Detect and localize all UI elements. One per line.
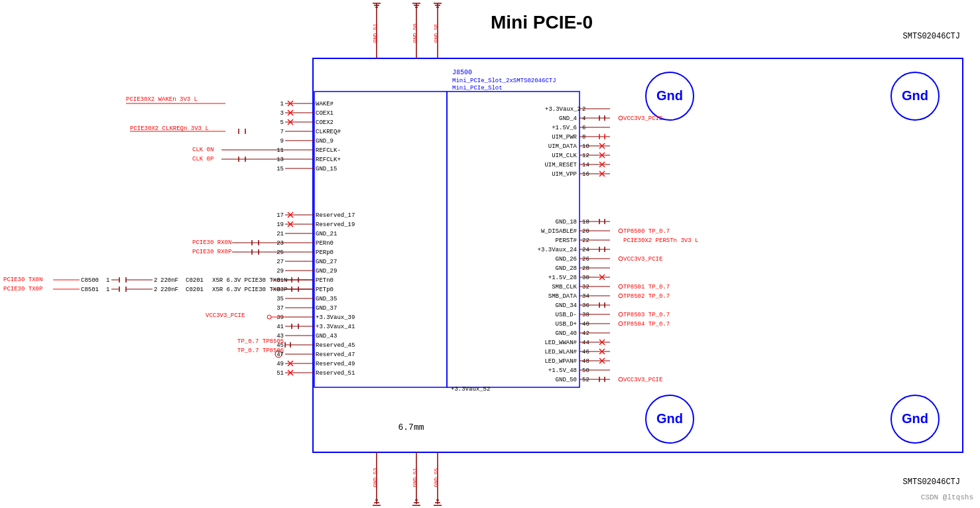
top-right-part-number: SMTS02046CTJ (903, 32, 960, 41)
svg-text:Reserved_17: Reserved_17 (316, 212, 355, 219)
svg-text:Mini_PCIe_Slot_2xSMTS02046CTJ: Mini_PCIe_Slot_2xSMTS02046CTJ (452, 78, 556, 84)
svg-text:GND_27: GND_27 (316, 259, 337, 265)
svg-text:5: 5 (280, 119, 284, 126)
svg-text:47: 47 (276, 351, 284, 358)
svg-text:TP8500  TP_0.7: TP8500 TP_0.7 (623, 228, 670, 235)
svg-text:C0201: C0201 (186, 286, 204, 293)
svg-text:23: 23 (276, 240, 284, 247)
svg-text:+3.3Vaux_52: +3.3Vaux_52 (451, 386, 490, 393)
svg-text:+3.3Vaux_41: +3.3Vaux_41 (316, 324, 355, 330)
svg-text:Reserved_49: Reserved_49 (316, 361, 355, 367)
svg-text:18: 18 (582, 219, 589, 225)
svg-line-56 (288, 110, 293, 115)
svg-text:UIM_DATA: UIM_DATA (548, 143, 578, 150)
svg-text:PCIE30X2 WAKEn 3V3 L: PCIE30X2 WAKEn 3V3 L (126, 96, 198, 103)
svg-line-195 (599, 153, 605, 158)
svg-text:25: 25 (276, 249, 284, 256)
svg-rect-0 (313, 58, 963, 452)
svg-text:16: 16 (582, 171, 589, 178)
svg-text:Reserved_19: Reserved_19 (316, 222, 355, 228)
svg-text:PETp0: PETp0 (316, 286, 334, 293)
svg-text:GND_35: GND_35 (316, 296, 337, 302)
svg-text:GND_51: GND_51 (412, 468, 418, 487)
svg-text:+1.5V_6: +1.5V_6 (552, 125, 577, 131)
svg-text:C8501: C8501 (81, 286, 99, 293)
svg-text:C8500: C8500 (81, 277, 99, 284)
svg-point-214 (619, 229, 623, 233)
svg-text:46: 46 (582, 349, 589, 355)
svg-text:21: 21 (276, 231, 284, 237)
svg-text:17: 17 (276, 212, 284, 219)
svg-text:GND_50: GND_50 (556, 377, 577, 383)
svg-text:2: 2 (154, 286, 157, 293)
svg-text:COEX2: COEX2 (316, 119, 334, 126)
svg-text:GND_37: GND_37 (316, 305, 337, 312)
svg-line-270 (599, 340, 605, 345)
svg-text:+3.3Vaux_2: +3.3Vaux_2 (545, 106, 581, 113)
svg-text:GND_5E: GND_5E (433, 23, 439, 42)
svg-text:29: 29 (276, 268, 284, 275)
svg-text:Reserved_45: Reserved_45 (316, 342, 355, 349)
svg-line-236 (599, 275, 605, 280)
svg-text:Reserved_47: Reserved_47 (316, 351, 355, 358)
svg-point-10 (891, 395, 939, 443)
svg-line-189 (599, 143, 605, 149)
svg-text:31: 31 (276, 277, 284, 284)
svg-line-55 (288, 110, 293, 115)
svg-text:24: 24 (582, 247, 589, 253)
svg-text:VCC3V3_PCIE: VCC3V3_PCIE (623, 256, 662, 263)
svg-text:40: 40 (582, 321, 589, 328)
svg-text:22: 22 (582, 237, 589, 244)
svg-text:WAKE#: WAKE# (316, 101, 334, 107)
svg-point-136 (267, 315, 271, 319)
svg-text:CLK 0N: CLK 0N (192, 147, 214, 153)
svg-text:38: 38 (582, 312, 589, 318)
svg-text:12: 12 (582, 153, 589, 159)
svg-line-279 (599, 358, 605, 363)
svg-text:34: 34 (582, 293, 589, 300)
svg-text:USB_D-: USB_D- (556, 312, 577, 318)
svg-text:GND_28: GND_28 (556, 265, 577, 272)
svg-text:+1.5V_48: +1.5V_48 (548, 367, 577, 374)
svg-text:+3.3Vaux_24: +3.3Vaux_24 (538, 247, 577, 253)
svg-text:GND_34: GND_34 (556, 302, 577, 309)
svg-point-8 (646, 395, 694, 443)
svg-text:GND_15: GND_15 (316, 166, 337, 172)
svg-point-241 (619, 285, 623, 288)
svg-text:10: 10 (582, 143, 589, 150)
schematic-page: Mini PCIE-0 SMTS02046CTJ SMTS02046CTJ CS… (0, 0, 980, 508)
svg-text:GND_18: GND_18 (556, 219, 577, 225)
svg-line-166 (288, 370, 293, 375)
svg-point-228 (619, 257, 623, 261)
svg-text:37: 37 (276, 305, 284, 312)
svg-text:9: 9 (280, 138, 284, 145)
svg-text:GND_43: GND_43 (316, 333, 337, 340)
svg-line-93 (288, 222, 293, 227)
svg-text:TP8501  TP_0.7: TP8501 TP_0.7 (623, 284, 670, 290)
svg-line-280 (599, 358, 605, 363)
svg-text:Reserved_51: Reserved_51 (316, 370, 355, 377)
svg-text:19: 19 (276, 222, 284, 228)
svg-text:3: 3 (280, 110, 284, 117)
svg-text:REFCLK-: REFCLK- (316, 147, 341, 154)
svg-text:VCC3V3_PCIE: VCC3V3_PCIE (623, 115, 662, 122)
svg-point-4 (646, 72, 694, 120)
svg-text:Gnd: Gnd (656, 411, 683, 426)
svg-text:X5R 6.3V PCIE30 TX0 N: X5R 6.3V PCIE30 TX0 N (212, 277, 287, 284)
svg-text:26: 26 (582, 256, 589, 263)
svg-text:GND_26: GND_26 (556, 256, 577, 263)
svg-text:GND_29: GND_29 (316, 268, 337, 275)
svg-text:52: 52 (582, 377, 589, 383)
svg-text:48: 48 (582, 358, 589, 365)
svg-text:43: 43 (276, 333, 284, 340)
svg-text:UIM_CLK: UIM_CLK (552, 153, 577, 159)
svg-text:GND_50: GND_50 (412, 23, 418, 42)
svg-text:TP_0.7  TP8506: TP_0.7 TP8506 (237, 348, 284, 354)
svg-text:51: 51 (276, 370, 284, 377)
svg-text:Gnd: Gnd (902, 411, 928, 426)
svg-line-94 (288, 222, 293, 227)
svg-line-60 (288, 119, 293, 125)
svg-text:LED_WPAN#: LED_WPAN# (544, 358, 577, 365)
svg-text:28: 28 (582, 265, 589, 272)
svg-text:Gnd: Gnd (656, 88, 683, 103)
